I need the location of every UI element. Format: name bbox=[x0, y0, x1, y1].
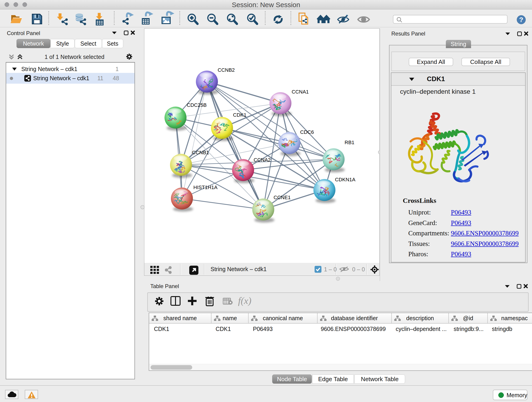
svg-text:CCNA2: CCNA2 bbox=[254, 157, 271, 163]
svg-text:CCNB1: CCNB1 bbox=[192, 150, 209, 155]
svg-text:?: ? bbox=[519, 16, 523, 23]
svg-text:CCNE1: CCNE1 bbox=[273, 195, 291, 200]
svg-text:CCNB2: CCNB2 bbox=[218, 67, 235, 73]
svg-text:CCNA1: CCNA1 bbox=[292, 89, 309, 95]
svg-text:CDKN1A: CDKN1A bbox=[335, 177, 355, 182]
svg-text:HIST1H1A: HIST1H1A bbox=[193, 185, 217, 190]
svg-text:RB1: RB1 bbox=[345, 140, 355, 145]
svg-text:CDC6: CDC6 bbox=[300, 129, 314, 135]
svg-text:CDC25B: CDC25B bbox=[187, 102, 207, 108]
svg-text:CDK1: CDK1 bbox=[233, 112, 247, 118]
